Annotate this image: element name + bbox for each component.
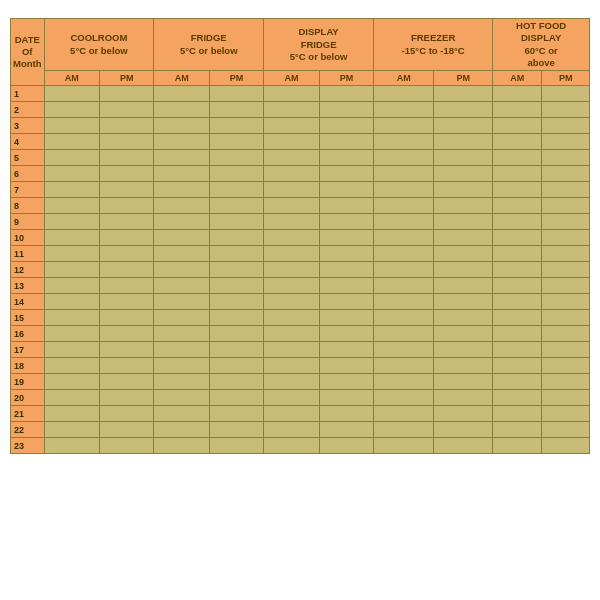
data-cell[interactable] <box>319 358 373 374</box>
data-cell[interactable] <box>373 390 433 406</box>
data-cell[interactable] <box>542 438 590 454</box>
data-cell[interactable] <box>434 166 493 182</box>
data-cell[interactable] <box>373 102 433 118</box>
data-cell[interactable] <box>493 294 542 310</box>
day-cell[interactable]: 7 <box>11 182 45 198</box>
data-cell[interactable] <box>44 294 100 310</box>
data-cell[interactable] <box>44 182 100 198</box>
data-cell[interactable] <box>264 406 320 422</box>
data-cell[interactable] <box>373 422 433 438</box>
data-cell[interactable] <box>44 342 100 358</box>
data-cell[interactable] <box>100 86 154 102</box>
data-cell[interactable] <box>319 118 373 134</box>
data-cell[interactable] <box>493 182 542 198</box>
data-cell[interactable] <box>542 102 590 118</box>
data-cell[interactable] <box>493 326 542 342</box>
data-cell[interactable] <box>319 182 373 198</box>
data-cell[interactable] <box>264 150 320 166</box>
data-cell[interactable] <box>100 198 154 214</box>
data-cell[interactable] <box>100 230 154 246</box>
data-cell[interactable] <box>100 166 154 182</box>
data-cell[interactable] <box>434 438 493 454</box>
day-cell[interactable]: 15 <box>11 310 45 326</box>
data-cell[interactable] <box>100 278 154 294</box>
data-cell[interactable] <box>154 294 210 310</box>
day-cell[interactable]: 2 <box>11 102 45 118</box>
data-cell[interactable] <box>434 182 493 198</box>
day-cell[interactable]: 1 <box>11 86 45 102</box>
day-cell[interactable]: 12 <box>11 262 45 278</box>
data-cell[interactable] <box>373 278 433 294</box>
data-cell[interactable] <box>100 422 154 438</box>
data-cell[interactable] <box>264 294 320 310</box>
data-cell[interactable] <box>493 374 542 390</box>
data-cell[interactable] <box>100 406 154 422</box>
data-cell[interactable] <box>44 86 100 102</box>
data-cell[interactable] <box>434 150 493 166</box>
data-cell[interactable] <box>373 86 433 102</box>
data-cell[interactable] <box>542 326 590 342</box>
data-cell[interactable] <box>542 198 590 214</box>
data-cell[interactable] <box>264 198 320 214</box>
data-cell[interactable] <box>542 262 590 278</box>
data-cell[interactable] <box>209 262 263 278</box>
day-cell[interactable]: 5 <box>11 150 45 166</box>
data-cell[interactable] <box>44 262 100 278</box>
data-cell[interactable] <box>434 310 493 326</box>
data-cell[interactable] <box>264 182 320 198</box>
data-cell[interactable] <box>319 230 373 246</box>
data-cell[interactable] <box>373 166 433 182</box>
data-cell[interactable] <box>100 102 154 118</box>
data-cell[interactable] <box>493 342 542 358</box>
data-cell[interactable] <box>493 118 542 134</box>
data-cell[interactable] <box>154 198 210 214</box>
data-cell[interactable] <box>100 134 154 150</box>
day-cell[interactable]: 16 <box>11 326 45 342</box>
data-cell[interactable] <box>154 374 210 390</box>
data-cell[interactable] <box>264 102 320 118</box>
data-cell[interactable] <box>493 310 542 326</box>
data-cell[interactable] <box>319 134 373 150</box>
data-cell[interactable] <box>209 278 263 294</box>
data-cell[interactable] <box>373 230 433 246</box>
data-cell[interactable] <box>319 438 373 454</box>
data-cell[interactable] <box>154 438 210 454</box>
data-cell[interactable] <box>434 230 493 246</box>
data-cell[interactable] <box>434 326 493 342</box>
data-cell[interactable] <box>319 422 373 438</box>
data-cell[interactable] <box>542 294 590 310</box>
data-cell[interactable] <box>154 134 210 150</box>
data-cell[interactable] <box>319 342 373 358</box>
data-cell[interactable] <box>154 390 210 406</box>
data-cell[interactable] <box>100 438 154 454</box>
data-cell[interactable] <box>434 246 493 262</box>
day-cell[interactable]: 20 <box>11 390 45 406</box>
data-cell[interactable] <box>44 358 100 374</box>
data-cell[interactable] <box>44 230 100 246</box>
data-cell[interactable] <box>44 150 100 166</box>
day-cell[interactable]: 4 <box>11 134 45 150</box>
data-cell[interactable] <box>209 310 263 326</box>
data-cell[interactable] <box>373 150 433 166</box>
data-cell[interactable] <box>542 134 590 150</box>
data-cell[interactable] <box>542 342 590 358</box>
data-cell[interactable] <box>542 406 590 422</box>
data-cell[interactable] <box>542 118 590 134</box>
data-cell[interactable] <box>542 310 590 326</box>
data-cell[interactable] <box>100 182 154 198</box>
data-cell[interactable] <box>44 374 100 390</box>
data-cell[interactable] <box>319 166 373 182</box>
day-cell[interactable]: 3 <box>11 118 45 134</box>
data-cell[interactable] <box>493 150 542 166</box>
data-cell[interactable] <box>44 310 100 326</box>
data-cell[interactable] <box>154 342 210 358</box>
data-cell[interactable] <box>264 246 320 262</box>
data-cell[interactable] <box>100 358 154 374</box>
data-cell[interactable] <box>493 198 542 214</box>
data-cell[interactable] <box>373 246 433 262</box>
data-cell[interactable] <box>373 118 433 134</box>
data-cell[interactable] <box>319 374 373 390</box>
data-cell[interactable] <box>209 214 263 230</box>
data-cell[interactable] <box>493 438 542 454</box>
day-cell[interactable]: 11 <box>11 246 45 262</box>
